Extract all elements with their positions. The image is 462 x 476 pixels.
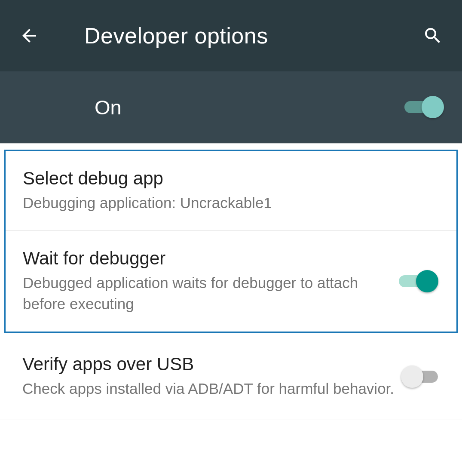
wait-for-debugger-item[interactable]: Wait for debugger Debugged application w… xyxy=(6,231,456,332)
select-debug-app-subtitle: Debugging application: Uncrackable1 xyxy=(23,192,438,213)
search-icon xyxy=(422,25,443,46)
arrow-left-icon xyxy=(19,25,40,46)
app-bar: Developer options xyxy=(0,0,462,71)
setting-text-block: Select debug app Debugging application: … xyxy=(23,168,438,213)
setting-text-block: Wait for debugger Debugged application w… xyxy=(23,248,399,314)
select-debug-app-title: Select debug app xyxy=(23,168,438,189)
switch-thumb xyxy=(422,96,444,118)
wait-for-debugger-subtitle: Debugged application waits for debugger … xyxy=(23,272,399,314)
switch-thumb xyxy=(401,365,423,388)
switch-thumb xyxy=(416,270,438,292)
highlighted-settings-group: Select debug app Debugging application: … xyxy=(4,150,458,333)
master-toggle-switch[interactable] xyxy=(404,95,443,119)
master-toggle-row[interactable]: On xyxy=(0,71,462,144)
search-button[interactable] xyxy=(421,24,445,48)
page-title: Developer options xyxy=(84,23,421,49)
verify-apps-usb-item[interactable]: Verify apps over USB Check apps installe… xyxy=(0,333,462,420)
setting-text-block: Verify apps over USB Check apps installe… xyxy=(22,354,404,399)
wait-for-debugger-title: Wait for debugger xyxy=(23,248,399,269)
back-button[interactable] xyxy=(17,24,41,48)
verify-apps-usb-subtitle: Check apps installed via ADB/ADT for har… xyxy=(22,378,404,399)
verify-apps-usb-switch[interactable] xyxy=(404,365,443,389)
wait-for-debugger-switch[interactable] xyxy=(399,269,438,293)
settings-list-section: Verify apps over USB Check apps installe… xyxy=(0,333,462,420)
verify-apps-usb-title: Verify apps over USB xyxy=(22,354,404,375)
spacer xyxy=(0,144,462,150)
master-toggle-label: On xyxy=(95,95,404,119)
select-debug-app-item[interactable]: Select debug app Debugging application: … xyxy=(6,151,456,231)
